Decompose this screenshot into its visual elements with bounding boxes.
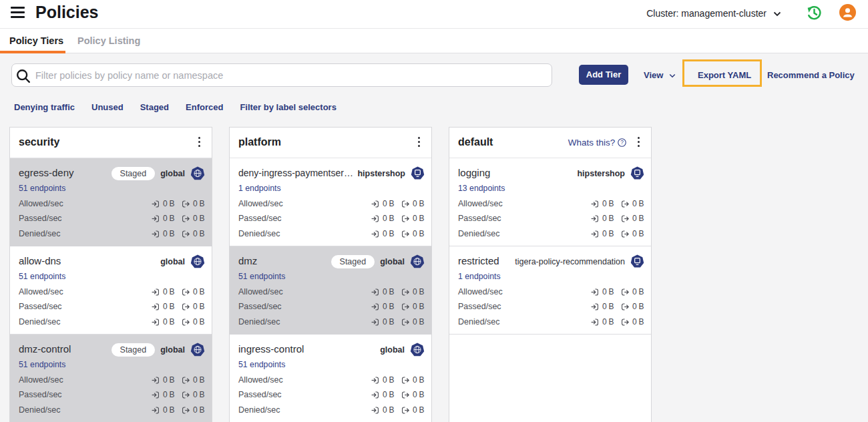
svg-text:?: ? bbox=[620, 139, 624, 146]
